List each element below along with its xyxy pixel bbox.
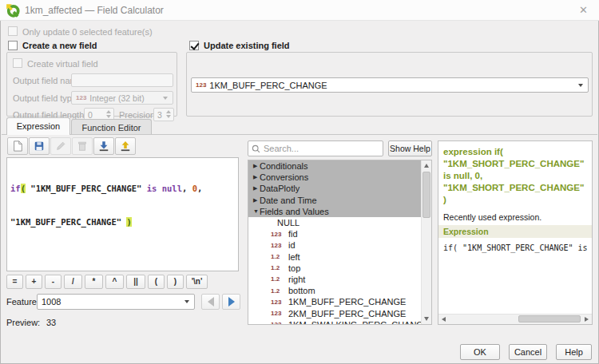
tree-item-1km-swalking-perc-change[interactable]: 1231KM_SWALKING_PERC_CHANGE (248, 319, 431, 325)
help-description: Recently used expression. (438, 208, 592, 225)
operator-close-paren-button[interactable]: ) (167, 275, 184, 289)
help-section-expression: Expression (438, 225, 592, 238)
save-expression-button[interactable] (29, 137, 50, 155)
chevron-right-icon[interactable]: ▶ (248, 163, 258, 169)
ok-button[interactable]: OK (460, 344, 500, 360)
decimal-field-icon: 1.2 (271, 253, 288, 260)
search-input[interactable] (264, 144, 379, 153)
integer-field-icon: 123 (271, 231, 288, 238)
feature-combo[interactable]: 1008 (37, 294, 195, 310)
pencil-icon (55, 140, 66, 152)
operator-divide-button[interactable]: / (64, 275, 82, 289)
edit-expression-button[interactable] (50, 137, 71, 155)
chevron-right-icon[interactable]: ▶ (248, 185, 258, 192)
tree-group-conditionals[interactable]: ▶Conditionals (248, 160, 421, 172)
operator-open-paren-button[interactable]: ( (148, 275, 165, 289)
integer-field-icon: 123 (271, 321, 288, 325)
operator-newline-button[interactable]: '\n' (186, 275, 208, 289)
scroll-down-icon[interactable] (424, 317, 429, 321)
show-help-label: Show Help (390, 144, 430, 153)
help-button[interactable]: Help (556, 344, 592, 360)
tree-item-fid[interactable]: 123fid (248, 228, 431, 239)
chevron-right-icon[interactable]: ▶ (248, 174, 258, 180)
show-help-button[interactable]: Show Help (388, 140, 432, 156)
tree-item-null[interactable]: NULL (248, 217, 431, 228)
expression-code: if( "1KM_BUFF_PERC_CHANGE" is null, 0, "… (7, 158, 238, 252)
output-field-type-combo[interactable]: 123 Integer (32 bit) (71, 91, 173, 105)
scrollbar-thumb[interactable] (422, 172, 430, 218)
operator-concat-button[interactable]: || (126, 275, 145, 289)
scrollbar-thumb[interactable] (518, 315, 581, 322)
search-icon (252, 144, 260, 153)
operator-power-button[interactable]: ^ (105, 275, 124, 289)
feature-label: Feature (6, 297, 37, 307)
update-existing-field-checkbox[interactable] (189, 41, 199, 50)
help-title: expression if( "1KM_SHORT_PERC_CHANGE" i… (438, 141, 592, 208)
create-virtual-field-checkbox[interactable] (13, 58, 22, 68)
cancel-button[interactable]: Cancel (509, 344, 547, 360)
only-update-checkbox[interactable] (8, 26, 18, 36)
output-field-type-label: Output field type (13, 93, 77, 103)
decimal-field-icon: 1.2 (271, 264, 288, 271)
preview-label: Preview: (6, 318, 40, 327)
decimal-field-icon: 1.2 (271, 275, 288, 283)
export-expressions-button[interactable] (115, 137, 136, 155)
tree-item-2km-buff-perc-change[interactable]: 1232KM_BUFF_PERC_CHANGE (248, 307, 431, 318)
delete-expression-button[interactable] (72, 137, 93, 155)
help-horizontal-scrollbar[interactable] (438, 314, 592, 324)
tree-group-fields-and-values[interactable]: ▼Fields and Values (248, 206, 421, 217)
tab-expression[interactable]: Expression (6, 117, 70, 135)
tree-item-right[interactable]: 1.2right (248, 274, 431, 285)
integer-field-icon: 123 (271, 299, 288, 306)
arrow-left-icon (208, 297, 214, 307)
operator-equals-button[interactable]: = (6, 275, 23, 289)
import-expressions-button[interactable] (93, 137, 114, 155)
scroll-left-icon[interactable] (442, 317, 446, 322)
precision-spinner[interactable]: 3 (153, 108, 174, 121)
tree-item-left[interactable]: 1.2left (248, 251, 431, 263)
new-field-groupbox: Create virtual field Output field name O… (6, 52, 177, 117)
scroll-right-icon[interactable] (585, 317, 589, 322)
tree-item-bottom[interactable]: 1.2bottom (248, 285, 431, 296)
update-existing-field-label: Update existing field (204, 41, 290, 50)
chevron-down-icon (163, 97, 168, 100)
chevron-down-icon[interactable]: ▼ (248, 208, 258, 214)
code-line-1: if( "1KM_BUFF_PERC_CHANGE" is null, 0, (10, 183, 235, 194)
new-expression-button[interactable] (7, 137, 28, 155)
field-calculator-dialog: 1km_affected — Field Calculator ✕ Only u… (0, 0, 599, 364)
close-icon[interactable]: ✕ (579, 4, 588, 16)
tab-pane-border (2, 134, 597, 135)
help-expression-code: if( "1KM_SHORT_PERC_CHANGE" is null (438, 238, 592, 258)
chevron-right-icon[interactable]: ▶ (248, 197, 258, 204)
operator-minus-button[interactable]: - (45, 275, 61, 289)
integer-field-icon: 123 (271, 310, 288, 317)
scroll-up-icon[interactable] (424, 164, 429, 168)
operator-plus-button[interactable]: + (26, 275, 42, 289)
existing-field-combo[interactable]: 123 1KM_BUFF_PERC_CHANGE (191, 77, 589, 93)
tree-scrollbar[interactable] (421, 160, 431, 324)
next-feature-button[interactable] (222, 294, 240, 310)
only-update-label: Only update 0 selected feature(s) (22, 27, 153, 37)
expression-help-panel: expression if( "1KM_SHORT_PERC_CHANGE" i… (438, 140, 593, 325)
qgis-logo-icon (6, 3, 20, 18)
arrow-right-icon (228, 297, 235, 307)
tree-item-top[interactable]: 1.2top (248, 263, 431, 274)
operator-multiply-button[interactable]: * (85, 275, 103, 289)
tree-group-conversions[interactable]: ▶Conversions (248, 172, 421, 183)
tree-item-1km-buff-perc-change[interactable]: 1231KM_BUFF_PERC_CHANGE (248, 296, 431, 307)
function-search-box[interactable] (248, 140, 383, 156)
spinner-arrows-icon[interactable] (106, 110, 111, 118)
spinner-arrows-icon[interactable] (166, 110, 171, 118)
preview-value: 33 (46, 318, 56, 327)
expression-code-editor[interactable]: if( "1KM_BUFF_PERC_CHANGE" is null, 0, "… (6, 157, 239, 271)
tree-group-date-and-time[interactable]: ▶Date and Time (248, 195, 421, 206)
previous-feature-button[interactable] (201, 294, 220, 310)
trash-icon (77, 140, 88, 152)
output-field-name-input[interactable] (71, 73, 173, 87)
output-field-type-value: Integer (32 bit) (89, 93, 144, 103)
create-virtual-field-label: Create virtual field (27, 59, 98, 69)
tree-group-dataplotly[interactable]: ▶DataPlotly (248, 183, 421, 194)
tree-item-id[interactable]: 123id (248, 239, 431, 251)
tab-function-editor[interactable]: Function Editor (71, 119, 152, 134)
create-new-field-checkbox[interactable] (8, 41, 18, 50)
